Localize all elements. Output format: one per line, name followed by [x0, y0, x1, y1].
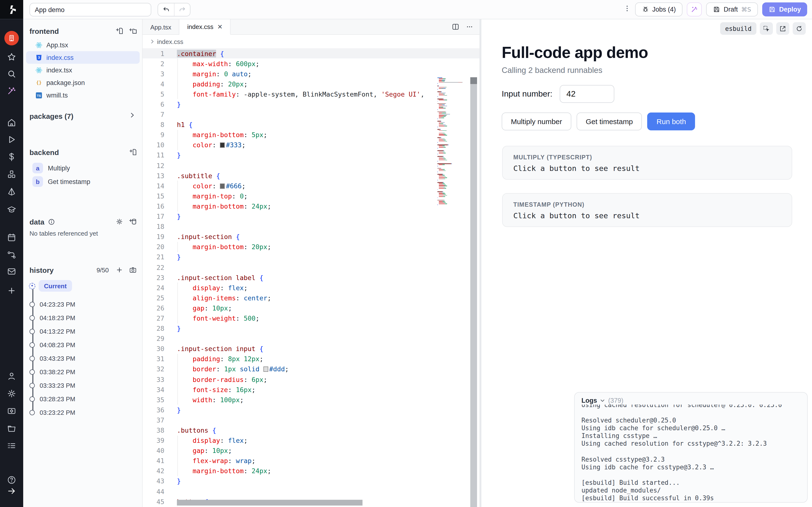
ai-wand-button[interactable] — [0, 82, 23, 99]
draft-button[interactable]: Draft ⌘S — [706, 2, 758, 16]
home-button[interactable] — [0, 114, 23, 131]
flows-button[interactable] — [0, 247, 23, 263]
history-entry[interactable]: 03:43:23 PM — [23, 351, 143, 365]
calendar-button[interactable] — [0, 229, 23, 246]
undo-redo-group — [158, 3, 191, 16]
code-line: 25 align-items: center; — [143, 293, 479, 303]
code-line: 27 font-weight: 500; — [143, 313, 479, 323]
run-both-button[interactable]: Run both — [648, 113, 695, 130]
timestamp-result-card: TIMESTAMP (PYTHON) Click a button to see… — [502, 193, 792, 227]
workspace-button[interactable] — [0, 30, 23, 46]
breadcrumb: index.css — [143, 35, 479, 48]
settings-button[interactable] — [0, 385, 23, 402]
code-line: 19.input-section { — [143, 231, 479, 242]
code-line: 7 — [143, 109, 479, 119]
color-swatch — [220, 183, 225, 189]
kebab-icon — [623, 4, 631, 12]
tab-app-tsx[interactable]: App.tsx — [143, 19, 180, 35]
resources-button[interactable] — [0, 166, 23, 182]
history-dot-icon — [30, 301, 35, 307]
tab-index-css[interactable]: index.css✕ — [180, 19, 231, 35]
vertical-scrollbar[interactable] — [470, 77, 477, 507]
chevron-right-icon — [149, 39, 155, 44]
user-button[interactable] — [0, 368, 23, 384]
calendar-icon — [7, 233, 16, 242]
topbar: Jobs (4) Draft ⌘S Deploy — [23, 0, 812, 19]
minimap[interactable] — [438, 77, 469, 319]
chevron-down-icon[interactable] — [600, 398, 605, 403]
audit-logs-button[interactable] — [0, 438, 23, 454]
history-entry[interactable]: 04:13:22 PM — [23, 325, 143, 338]
undo-icon — [162, 6, 170, 13]
number-input[interactable] — [560, 85, 614, 103]
history-entry[interactable]: 03:23:22 PM — [23, 406, 143, 419]
folders-button[interactable] — [0, 420, 23, 437]
logs-panel: Logs (379) Using cached resolution for s… — [574, 392, 808, 503]
code-line: 5 font-family: -apple-system, BlinkMacSy… — [143, 89, 479, 99]
get-timestamp-button[interactable]: Get timestamp — [576, 113, 642, 130]
mail-icon — [7, 267, 16, 276]
history-entry[interactable]: 03:33:23 PM — [23, 379, 143, 392]
history-dot-icon — [30, 329, 35, 334]
split-editor-icon[interactable] — [451, 23, 460, 31]
favorites-button[interactable] — [0, 49, 23, 65]
search-button[interactable] — [0, 66, 23, 82]
history-entry[interactable]: 04:18:23 PM — [23, 311, 143, 325]
open-external-button[interactable] — [776, 22, 789, 35]
more-menu-button[interactable] — [623, 4, 630, 14]
code-line: 39 display: flex; — [143, 435, 479, 445]
inbox-button[interactable] — [0, 263, 23, 280]
play-icon — [7, 135, 16, 145]
arrow-right-icon — [7, 486, 16, 496]
add-button[interactable] — [0, 282, 23, 299]
code-line: 1.container { — [143, 48, 479, 58]
multiply-result-card: MULTIPLY (TYPESCRIPT) Click a button to … — [502, 146, 792, 180]
history-dot-icon — [30, 342, 35, 347]
horizontal-scrollbar[interactable] — [177, 500, 362, 506]
refresh-button[interactable] — [793, 22, 806, 35]
windmill-logo[interactable] — [0, 0, 23, 19]
cubes-icon — [7, 169, 16, 179]
redo-button[interactable] — [174, 3, 190, 16]
undo-button[interactable] — [158, 3, 174, 16]
code-line: 9 margin-bottom: 5px; — [143, 130, 479, 140]
select-component-button[interactable] — [760, 22, 773, 35]
logs-content: Using cached resolution for scheduler@^0… — [581, 401, 800, 502]
code-line: 40 gap: 10px; — [143, 445, 479, 456]
ai-assistant-button[interactable] — [687, 2, 702, 16]
variables-button[interactable] — [0, 149, 23, 165]
history-entry[interactable]: 04:08:23 PM — [23, 338, 143, 351]
jobs-button[interactable]: Jobs (4) — [635, 2, 683, 16]
graduation-cap-icon — [7, 205, 16, 214]
code-line: 16 margin-bottom: 24px; — [143, 201, 479, 211]
history-current[interactable]: Current — [23, 279, 143, 293]
plus-icon — [7, 286, 16, 295]
logs-title[interactable]: Logs — [581, 397, 597, 404]
select-cursor-icon — [763, 25, 770, 32]
history-entry[interactable]: 04:23:23 PM — [23, 297, 143, 311]
timestamp-result-value: Click a button to see result — [513, 212, 781, 220]
close-tab-icon[interactable]: ✕ — [217, 23, 222, 31]
app-name-input[interactable] — [30, 3, 151, 16]
history-dot-icon — [30, 369, 35, 375]
app-title: Full-code app demo — [502, 44, 648, 62]
learn-button[interactable] — [0, 201, 23, 218]
history-entry[interactable]: 03:28:23 PM — [23, 392, 143, 406]
multiply-result-value: Click a button to see result — [513, 164, 781, 173]
vertical-scrollbar-thumb[interactable] — [470, 77, 477, 84]
code-area[interactable]: 1.container {2 max-width: 600px;3 margin… — [143, 48, 479, 507]
multiply-number-button[interactable]: Multiply number — [502, 113, 571, 130]
expand-rail-button[interactable] — [0, 483, 23, 499]
code-line: 22 — [143, 262, 479, 272]
workers-button[interactable] — [0, 403, 23, 419]
editor-menu-icon[interactable] — [465, 23, 474, 31]
runs-button[interactable] — [0, 131, 23, 148]
save-icon — [768, 6, 776, 13]
history-entry[interactable]: 03:38:22 PM — [23, 365, 143, 379]
draft-shortcut: ⌘S — [741, 6, 751, 13]
jobs-label: Jobs (4) — [652, 6, 676, 13]
magic-wand-icon — [691, 6, 698, 13]
gear-icon — [7, 389, 16, 398]
deploy-button[interactable]: Deploy — [762, 2, 807, 16]
schedules-button[interactable] — [0, 183, 23, 200]
